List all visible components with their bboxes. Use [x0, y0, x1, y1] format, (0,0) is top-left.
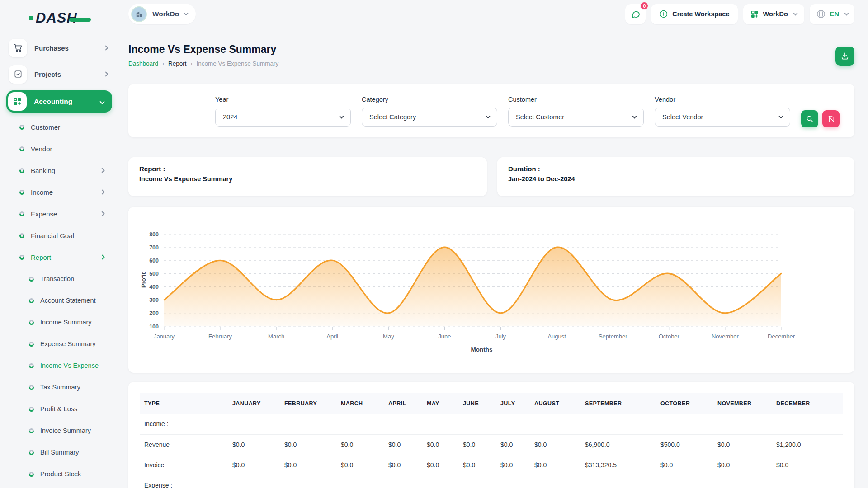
- sidebar-item-banking[interactable]: Banking: [0, 160, 118, 181]
- bullet-icon: [29, 298, 34, 303]
- app-logo[interactable]: DASH: [29, 10, 77, 26]
- bullet-icon: [19, 211, 24, 216]
- table-header-row: TYPEJANUARYFEBRUARYMARCHAPRILMAYJUNEJULY…: [140, 393, 843, 414]
- chevron-right-icon: [103, 71, 108, 76]
- sidebar-item-label: Projects: [34, 70, 61, 78]
- sidebar-item-label: Product Stock: [40, 470, 81, 478]
- svg-text:January: January: [154, 333, 175, 340]
- download-button[interactable]: [835, 47, 854, 66]
- sidebar-item-tax-summary[interactable]: Tax Summary: [0, 376, 118, 398]
- cell-value: $1,200.0: [772, 434, 843, 455]
- cell-value: $0.0: [458, 455, 496, 475]
- reset-filter-button[interactable]: [822, 110, 840, 127]
- customer-label: Customer: [508, 96, 644, 103]
- svg-text:August: August: [547, 333, 566, 340]
- customer-select-value: Select Customer: [516, 113, 564, 121]
- bullet-icon: [19, 190, 24, 195]
- vendor-select-value: Select Vendor: [662, 113, 703, 121]
- chevron-right-icon: [99, 189, 104, 194]
- vendor-select[interactable]: Select Vendor: [655, 108, 790, 127]
- chevron-down-icon: [779, 114, 783, 118]
- cart-icon: [9, 39, 27, 57]
- sidebar-item-label: Expense: [31, 210, 57, 218]
- sidebar-item-expense[interactable]: Expense: [0, 203, 118, 225]
- sidebar-item-invoice-summary[interactable]: Invoice Summary: [0, 420, 118, 441]
- sidebar-item-expense-summary[interactable]: Expense Summary: [0, 333, 118, 355]
- breadcrumb-dashboard[interactable]: Dashboard: [128, 60, 158, 67]
- breadcrumb: Dashboard › Report › Income Vs Expense S…: [128, 60, 278, 67]
- sidebar-item-purchases[interactable]: Purchases: [6, 38, 112, 58]
- sidebar-item-label: Transaction: [40, 275, 74, 282]
- svg-text:Profit: Profit: [140, 272, 147, 288]
- svg-text:100: 100: [149, 324, 159, 330]
- table-row-revenue: Revenue$0.0$0.0$0.0$0.0$0.0$0.0$0.0$0.0$…: [140, 434, 843, 455]
- cell-value: $0.0: [384, 434, 422, 455]
- sidebar-item-label: Account Statement: [40, 297, 96, 304]
- duration-card-value: Jan-2024 to Dec-2024: [508, 175, 844, 183]
- year-select[interactable]: 2024: [215, 108, 351, 127]
- profit-area-chart: 100200300400500600700800JanuaryFebruaryM…: [139, 207, 843, 361]
- sidebar-item-customer[interactable]: Customer: [0, 116, 118, 138]
- sidebar-item-product-stock[interactable]: Product Stock: [0, 463, 118, 485]
- sidebar-item-report[interactable]: Report: [0, 246, 118, 268]
- svg-text:December: December: [768, 333, 795, 340]
- sidebar-item-income-summary[interactable]: Income Summary: [0, 311, 118, 333]
- bullet-icon: [19, 125, 24, 130]
- table-group-row: Expense :: [140, 475, 843, 488]
- logo-dash-icon: [69, 18, 91, 22]
- sidebar-item-account-statement[interactable]: Account Statement: [0, 290, 118, 311]
- svg-text:April: April: [326, 333, 338, 340]
- report-card: Report : Income Vs Expense Summary: [128, 157, 487, 196]
- svg-text:800: 800: [149, 231, 159, 238]
- chevron-right-icon: [103, 45, 108, 50]
- sidebar-item-income[interactable]: Income: [0, 181, 118, 203]
- column-header-december: DECEMBER: [772, 393, 843, 414]
- group-label: Expense :: [140, 475, 843, 488]
- chevron-right-icon: [99, 211, 104, 216]
- column-header-june: JUNE: [458, 393, 496, 414]
- svg-text:300: 300: [149, 297, 159, 303]
- sidebar-item-label: Bill Summary: [40, 449, 79, 456]
- sidebar-item-label: Income: [31, 188, 53, 196]
- sidebar: DASH Purchases Projects: [0, 0, 118, 488]
- cell-value: $313,320.5: [580, 455, 656, 475]
- cell-value: $0.0: [280, 434, 336, 455]
- sidebar-item-bill-summary[interactable]: Bill Summary: [0, 441, 118, 463]
- category-select-value: Select Category: [369, 113, 416, 121]
- cell-value: $0.0: [530, 434, 580, 455]
- sidebar-item-cash-flow[interactable]: Cash Flow: [0, 485, 118, 488]
- duration-card-title: Duration :: [508, 165, 844, 173]
- search-button[interactable]: [801, 110, 818, 127]
- sidebar-item-label: Accounting: [34, 98, 72, 106]
- sidebar-item-income-vs-expense[interactable]: Income Vs Expense: [0, 355, 118, 376]
- cell-value: $0.0: [496, 434, 530, 455]
- check-square-icon: [9, 65, 27, 84]
- sidebar-item-label: Invoice Summary: [40, 427, 91, 434]
- breadcrumb-separator: ›: [191, 61, 193, 67]
- category-select[interactable]: Select Category: [362, 108, 497, 127]
- svg-text:March: March: [268, 333, 284, 340]
- breadcrumb-report[interactable]: Report: [168, 60, 187, 67]
- bullet-icon: [19, 146, 24, 151]
- sidebar-item-label: Vendor: [31, 145, 52, 153]
- sidebar-item-profit-loss[interactable]: Profit & Loss: [0, 398, 118, 420]
- cell-value: $0.0: [336, 434, 384, 455]
- sidebar-item-transaction[interactable]: Transaction: [0, 268, 118, 290]
- accounting-submenu: CustomerVendorBankingIncomeExpenseFinanc…: [0, 116, 118, 488]
- sidebar-item-vendor[interactable]: Vendor: [0, 138, 118, 160]
- cell-value: $0.0: [713, 455, 772, 475]
- sidebar-item-accounting[interactable]: Accounting: [6, 90, 112, 113]
- column-header-july: JULY: [496, 393, 530, 414]
- column-header-september: SEPTEMBER: [580, 393, 656, 414]
- svg-text:September: September: [599, 333, 627, 340]
- search-icon: [806, 115, 814, 123]
- sidebar-item-projects[interactable]: Projects: [6, 64, 112, 84]
- category-label: Category: [362, 96, 497, 103]
- row-type: Invoice: [140, 455, 228, 475]
- sidebar-item-label: Profit & Loss: [40, 405, 77, 413]
- sidebar-item-label: Banking: [31, 167, 55, 174]
- cell-value: $0.0: [422, 434, 458, 455]
- sidebar-item-financial-goal[interactable]: Financial Goal: [0, 225, 118, 246]
- customer-select[interactable]: Select Customer: [508, 108, 644, 127]
- svg-text:February: February: [208, 333, 232, 340]
